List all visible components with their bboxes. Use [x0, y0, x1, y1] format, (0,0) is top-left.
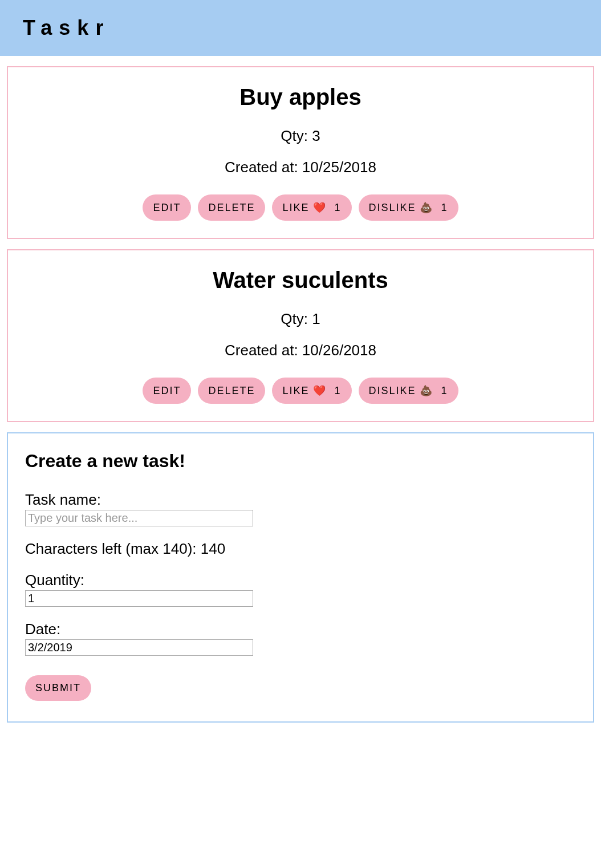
heart-icon: ❤️ [313, 384, 327, 397]
poop-icon: 💩 [420, 201, 433, 214]
like-label: LIKE [282, 385, 309, 397]
delete-label: DELETE [208, 385, 255, 397]
task-name-input[interactable] [25, 510, 253, 526]
chars-left-label: Characters left (max 140): 140 [25, 540, 576, 558]
task-qty: Qty: 1 [19, 310, 582, 328]
task-created: Created at: 10/25/2018 [19, 159, 582, 176]
app-title: Taskr [23, 16, 578, 40]
app-header: Taskr [0, 0, 601, 56]
task-name-label: Task name: [25, 491, 576, 509]
submit-button[interactable]: SUBMIT [25, 675, 91, 701]
task-created: Created at: 10/26/2018 [19, 342, 582, 359]
poop-icon: 💩 [420, 384, 433, 397]
dislike-label: DISLIKE [369, 202, 416, 214]
delete-button[interactable]: DELETE [198, 378, 265, 404]
delete-button[interactable]: DELETE [198, 194, 265, 221]
task-title: Buy apples [19, 84, 582, 110]
like-button[interactable]: LIKE ❤️ 1 [272, 378, 351, 404]
edit-label: EDIT [153, 385, 181, 397]
heart-icon: ❤️ [313, 201, 327, 214]
quantity-input[interactable] [25, 590, 253, 607]
task-button-row: EDIT DELETE LIKE ❤️ 1 DISLIKE 💩 1 [19, 194, 582, 221]
task-button-row: EDIT DELETE LIKE ❤️ 1 DISLIKE 💩 1 [19, 378, 582, 404]
dislike-count: 1 [441, 385, 448, 397]
dislike-button[interactable]: DISLIKE 💩 1 [359, 378, 458, 404]
like-count: 1 [335, 202, 342, 214]
like-count: 1 [335, 385, 342, 397]
task-card: Buy apples Qty: 3 Created at: 10/25/2018… [7, 66, 594, 239]
submit-row: SUBMIT [25, 675, 576, 701]
dislike-count: 1 [441, 202, 448, 214]
dislike-button[interactable]: DISLIKE 💩 1 [359, 194, 458, 221]
main-content: Buy apples Qty: 3 Created at: 10/25/2018… [0, 56, 601, 743]
like-button[interactable]: LIKE ❤️ 1 [272, 194, 351, 221]
delete-label: DELETE [208, 202, 255, 214]
edit-button[interactable]: EDIT [143, 194, 191, 221]
form-title: Create a new task! [25, 451, 576, 472]
like-label: LIKE [282, 202, 309, 214]
task-qty: Qty: 3 [19, 127, 582, 145]
submit-label: SUBMIT [35, 682, 81, 694]
date-label: Date: [25, 620, 576, 638]
date-input[interactable] [25, 639, 253, 656]
dislike-label: DISLIKE [369, 385, 416, 397]
edit-button[interactable]: EDIT [143, 378, 191, 404]
quantity-label: Quantity: [25, 571, 576, 589]
task-card: Water suculents Qty: 1 Created at: 10/26… [7, 249, 594, 422]
task-title: Water suculents [19, 267, 582, 293]
create-task-form: Create a new task! Task name: Characters… [7, 432, 594, 723]
edit-label: EDIT [153, 202, 181, 214]
